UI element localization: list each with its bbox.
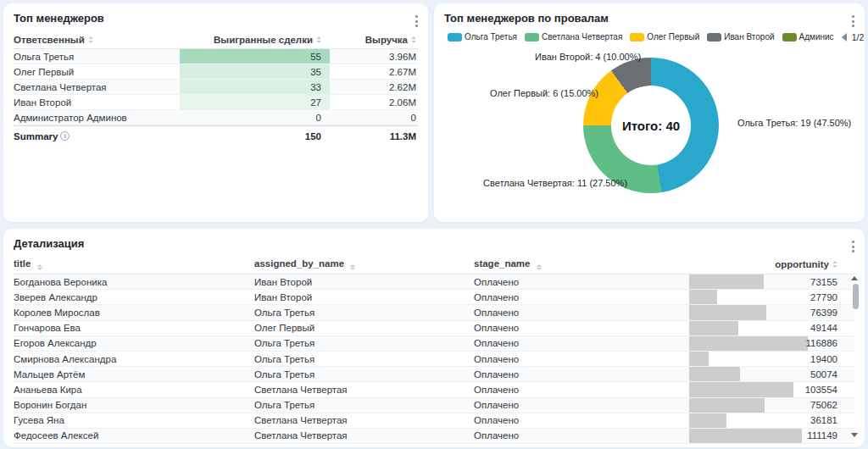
cell-assigned-by-name: Ольга Третья xyxy=(254,338,474,348)
top-managers-table: Ответсвенный Выигранные сделки Выручка О… xyxy=(14,31,418,146)
sort-icon xyxy=(350,264,355,271)
cell-assigned-by-name: Ольга Третья xyxy=(254,369,474,380)
cell-stage-name: Оплачено xyxy=(474,415,689,425)
cell-opportunity: 73155 xyxy=(689,274,837,289)
legend-label: Иван Второй xyxy=(724,32,774,42)
column-header-opportunity[interactable]: opportunity xyxy=(689,255,837,274)
cell-won-deals: 35 xyxy=(180,64,330,79)
cell-opportunity: 103554 xyxy=(689,382,837,396)
cell-stage-name: Оплачено xyxy=(474,385,689,395)
table-row: Гончарова ЕваОлег ПервыйОплачено49144 xyxy=(14,321,854,336)
cell-responsible: Светлана Четвертая xyxy=(14,82,180,92)
cell-title: Ананьева Кира xyxy=(14,385,254,395)
page-indicator: 1/2 xyxy=(852,32,865,42)
failures-chart-panel: Топ менеджеров по провалам Ольга ТретьяС… xyxy=(434,3,865,222)
table-header-row: Ответсвенный Выигранные сделки Выручка xyxy=(14,31,418,49)
panel-title: Топ менеджеров по провалам xyxy=(434,3,865,26)
column-header-title[interactable]: title xyxy=(14,258,254,271)
opportunity-bar xyxy=(689,321,738,335)
cell-responsible: Иван Второй xyxy=(14,97,180,108)
cell-title: Мальцев Артём xyxy=(14,369,254,380)
slice-label-olga: Ольга Третья: 19 (47.50%) xyxy=(737,118,851,128)
cell-assigned-by-name: Светлана Четвертая xyxy=(254,430,474,441)
table-row: Егоров АлександрОльга ТретьяОплачено1168… xyxy=(14,336,854,352)
chart-legend: Ольга ТретьяСветлана ЧетвертаяОлег Первы… xyxy=(434,30,865,43)
opportunity-bar xyxy=(689,367,740,381)
legend-item[interactable]: Светлана Четвертая xyxy=(525,32,622,42)
column-header-assigned-by-name[interactable]: assigned_by_name xyxy=(254,258,474,271)
opportunity-bar xyxy=(689,413,726,428)
cell-stage-name: Оплачено xyxy=(474,308,689,318)
scrollbar-up-icon[interactable] xyxy=(851,276,858,280)
slice-label-oleg: Олег Первый: 6 (15.00%) xyxy=(490,88,598,98)
legend-label: Админис xyxy=(799,32,834,42)
table-row: Ольга Третья553.96M xyxy=(14,49,418,64)
opportunity-value: 27790 xyxy=(810,292,837,302)
column-header-revenue[interactable]: Выручка xyxy=(330,31,418,48)
legend-label: Светлана Четвертая xyxy=(542,32,622,42)
cell-title: Федосеев Алексей xyxy=(14,430,254,441)
cell-revenue: 2.62M xyxy=(330,80,418,94)
cell-title: Воронин Богдан xyxy=(14,400,254,410)
cell-title: Гончарова Ева xyxy=(14,323,254,333)
prev-page-icon[interactable] xyxy=(842,33,847,42)
column-header-won-deals[interactable]: Выигранные сделки xyxy=(180,31,330,48)
donut-chart[interactable]: Итого: 40 xyxy=(583,58,719,193)
opportunity-value: 103554 xyxy=(805,385,837,395)
cell-opportunity: 19400 xyxy=(689,352,837,366)
cell-revenue: 2.67M xyxy=(330,64,418,79)
cell-responsible: Олег Первый xyxy=(14,67,180,77)
opportunity-bar xyxy=(689,382,793,396)
panel-title: Топ менеджеров xyxy=(3,3,428,26)
details-table: title assigned_by_name stage_name opport… xyxy=(14,255,854,444)
sort-icon xyxy=(537,264,542,271)
sort-icon xyxy=(832,261,837,268)
cell-title: Королев Мирослав xyxy=(14,308,254,318)
legend-item[interactable]: Олег Первый xyxy=(630,32,699,42)
table-row: Смирнова АлександраОльга ТретьяОплачено1… xyxy=(14,352,854,367)
details-panel: Детализация title assigned_by_name stage… xyxy=(3,229,865,447)
column-header-stage-name[interactable]: stage_name xyxy=(474,258,689,271)
opportunity-value: 116886 xyxy=(805,338,837,348)
sort-icon xyxy=(316,36,321,43)
legend-label: Олег Первый xyxy=(647,32,699,42)
opportunity-bar xyxy=(689,290,717,304)
cell-revenue: 0 xyxy=(330,110,418,125)
cell-opportunity: 49144 xyxy=(689,321,837,335)
sort-icon xyxy=(411,36,416,43)
opportunity-value: 73155 xyxy=(810,277,837,287)
opportunity-value: 76399 xyxy=(810,308,837,318)
sort-icon xyxy=(37,264,42,271)
table-row: Гусева ЯнаСветлана ЧетвертаяОплачено3618… xyxy=(14,413,854,429)
more-menu-icon[interactable] xyxy=(413,13,420,30)
more-menu-icon[interactable] xyxy=(849,13,857,30)
opportunity-bar xyxy=(689,274,764,289)
opportunity-value: 36181 xyxy=(810,415,837,425)
cell-stage-name: Оплачено xyxy=(474,400,689,410)
table-row: Администратор Админов00 xyxy=(14,110,418,125)
summary-revenue: 11.3M xyxy=(330,126,418,146)
table-row: Олег Первый352.67M xyxy=(14,64,418,80)
opportunity-value: 19400 xyxy=(810,354,837,364)
column-header-responsible[interactable]: Ответсвенный xyxy=(14,35,180,45)
scrollbar-thumb[interactable] xyxy=(853,284,859,309)
more-menu-icon[interactable] xyxy=(849,238,857,255)
scrollbar-down-icon[interactable] xyxy=(851,433,858,437)
legend-swatch-icon xyxy=(630,33,644,42)
top-managers-panel: Топ менеджеров Ответсвенный Выигранные с… xyxy=(3,3,428,222)
cell-title: Зверев Александр xyxy=(14,292,254,302)
legend-item[interactable]: Админис xyxy=(782,32,834,42)
info-icon[interactable]: i xyxy=(60,131,70,141)
cell-won-deals: 0 xyxy=(180,110,330,125)
table-body: Богданова ВероникаИван ВторойОплачено731… xyxy=(14,274,854,444)
legend-swatch-icon xyxy=(525,33,539,42)
cell-assigned-by-name: Ольга Третья xyxy=(254,308,474,318)
legend-item[interactable]: Иван Второй xyxy=(707,32,774,42)
legend-item[interactable]: Ольга Третья xyxy=(448,32,517,42)
opportunity-bar xyxy=(689,398,765,413)
table-row: Ананьева КираСветлана ЧетвертаяОплачено1… xyxy=(14,382,854,397)
cell-won-deals: 33 xyxy=(180,80,330,94)
cell-assigned-by-name: Иван Второй xyxy=(254,277,474,287)
cell-title: Богданова Вероника xyxy=(14,277,254,287)
legend-label: Ольга Третья xyxy=(465,32,517,42)
